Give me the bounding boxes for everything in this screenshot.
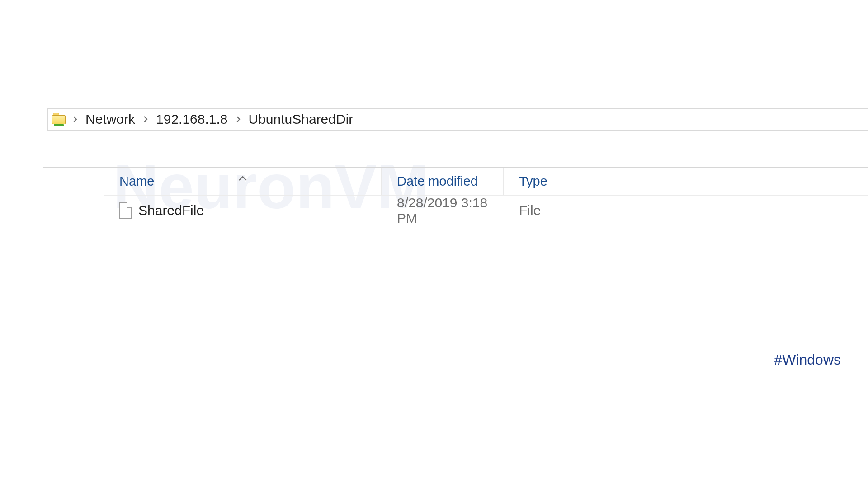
breadcrumb-ip[interactable]: 192.168.1.8 [153, 112, 230, 127]
file-date-cell: 8/28/2019 3:18 PM [382, 197, 504, 225]
column-header-date-label: Date modified [397, 174, 478, 189]
network-folder-icon[interactable] [52, 113, 66, 126]
hashtag-label: #Windows [774, 352, 841, 368]
column-header-row: Name Date modified Type [104, 168, 868, 196]
chevron-right-icon[interactable] [141, 110, 151, 128]
sort-ascending-icon [238, 169, 247, 184]
breadcrumb-folder[interactable]: UbuntuSharedDir [246, 112, 356, 127]
column-header-type-label: Type [519, 174, 547, 189]
column-header-date[interactable]: Date modified [382, 168, 504, 195]
column-header-name[interactable]: Name [104, 168, 382, 195]
breadcrumb-network[interactable]: Network [83, 112, 138, 127]
file-name-cell: SharedFile [104, 197, 382, 225]
file-type-cell: File [504, 197, 603, 225]
file-icon [119, 202, 132, 219]
column-header-name-label: Name [119, 174, 154, 189]
nav-pane-divider [100, 168, 100, 271]
file-name-text: SharedFile [138, 203, 204, 218]
address-bar[interactable]: Network 192.168.1.8 UbuntuSharedDir [47, 108, 868, 131]
chevron-right-icon[interactable] [70, 110, 80, 128]
file-row[interactable]: SharedFile 8/28/2019 3:18 PM File [104, 197, 868, 225]
column-header-type[interactable]: Type [504, 168, 603, 195]
top-rule [43, 101, 868, 101]
chevron-right-icon[interactable] [233, 110, 243, 128]
